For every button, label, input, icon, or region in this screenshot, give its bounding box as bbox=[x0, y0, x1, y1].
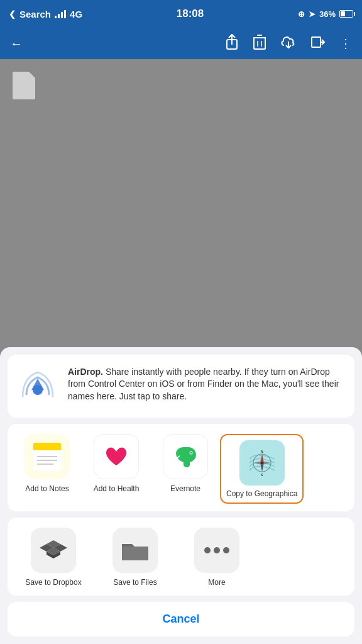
evernote-label: Evernote bbox=[170, 484, 200, 494]
svg-point-34 bbox=[204, 547, 211, 553]
geographica-label: Copy to Geographica bbox=[226, 489, 297, 499]
notes-label: Add to Notes bbox=[25, 484, 69, 494]
svg-point-35 bbox=[214, 547, 220, 553]
status-right: ⊕ ➤ 36% bbox=[298, 9, 353, 19]
evernote-icon-svg bbox=[171, 442, 200, 471]
toolbar: ← bbox=[0, 28, 362, 59]
files-icon bbox=[112, 528, 158, 573]
more-label: More bbox=[208, 578, 225, 588]
back-button[interactable]: ← bbox=[10, 36, 23, 51]
app-add-to-health[interactable]: Add to Health bbox=[82, 434, 151, 504]
battery-percent: 36% bbox=[319, 9, 336, 19]
share-icon[interactable] bbox=[225, 34, 239, 53]
health-app-icon bbox=[94, 434, 139, 479]
cloud-download-icon[interactable] bbox=[280, 35, 297, 52]
toolbar-right: ⋮ bbox=[225, 34, 352, 53]
save-to-files[interactable]: Save to Files bbox=[94, 528, 176, 588]
geographica-icon-svg: N S bbox=[244, 445, 280, 480]
svg-point-25 bbox=[260, 461, 263, 464]
files-icon-svg bbox=[121, 538, 150, 563]
evernote-app-icon bbox=[163, 434, 208, 479]
notes-app-icon bbox=[25, 434, 70, 479]
toolbar-left: ← bbox=[10, 36, 23, 51]
airdrop-icon bbox=[18, 366, 58, 406]
airdrop-description: AirDrop. Share instantly with people nea… bbox=[68, 366, 344, 403]
health-icon-svg bbox=[102, 443, 130, 470]
apps-section: Add to Notes Add to Health bbox=[8, 424, 354, 512]
status-left: ❮ Search 4G bbox=[9, 9, 82, 19]
app-evernote[interactable]: Evernote bbox=[151, 434, 220, 504]
save-section: Save to Dropbox Save to Files bbox=[8, 518, 354, 596]
health-label: Add to Health bbox=[94, 484, 140, 494]
airdrop-title: AirDrop. bbox=[68, 367, 103, 377]
trash-icon[interactable] bbox=[253, 34, 266, 53]
document-corner bbox=[13, 72, 35, 99]
back-arrow-small: ❮ bbox=[9, 9, 16, 19]
more-actions[interactable]: More bbox=[176, 528, 258, 588]
svg-text:N: N bbox=[261, 450, 263, 453]
save-scroll: Save to Dropbox Save to Files bbox=[8, 528, 354, 588]
dropbox-icon bbox=[31, 528, 76, 573]
geographica-app-icon: N S bbox=[239, 440, 285, 486]
share-sheet: AirDrop. Share instantly with people nea… bbox=[0, 347, 362, 644]
svg-rect-33 bbox=[122, 547, 148, 560]
dropbox-icon-svg bbox=[40, 538, 67, 563]
carrier-name: Search bbox=[19, 9, 51, 19]
notes-icon-svg bbox=[31, 440, 63, 473]
location-icon: ⊕ bbox=[298, 9, 305, 19]
svg-rect-8 bbox=[312, 37, 321, 47]
status-time: 18:08 bbox=[177, 8, 204, 20]
files-label: Save to Files bbox=[113, 578, 156, 588]
cancel-section: Cancel bbox=[8, 602, 354, 636]
svg-rect-2 bbox=[254, 38, 265, 49]
direction-icon: ➤ bbox=[309, 9, 315, 19]
svg-point-36 bbox=[223, 547, 229, 553]
status-bar: ❮ Search 4G 18:08 ⊕ ➤ 36% bbox=[0, 0, 362, 28]
save-to-dropbox[interactable]: Save to Dropbox bbox=[13, 528, 94, 588]
import-icon[interactable] bbox=[310, 35, 326, 53]
svg-point-18 bbox=[190, 452, 192, 453]
app-copy-to-geographica[interactable]: N S Copy to Geographica bbox=[220, 434, 304, 504]
background-area bbox=[0, 59, 362, 229]
dropbox-label: Save to Dropbox bbox=[25, 578, 81, 588]
cancel-button[interactable]: Cancel bbox=[8, 602, 354, 636]
more-icon bbox=[194, 528, 239, 573]
app-add-to-notes[interactable]: Add to Notes bbox=[13, 434, 82, 504]
network-type: 4G bbox=[70, 9, 82, 19]
more-vert-icon[interactable]: ⋮ bbox=[339, 36, 352, 51]
airdrop-section: AirDrop. Share instantly with people nea… bbox=[8, 355, 354, 418]
apps-scroll: Add to Notes Add to Health bbox=[8, 434, 354, 504]
signal-bars bbox=[55, 9, 66, 18]
battery-icon bbox=[339, 10, 353, 18]
svg-rect-11 bbox=[33, 443, 61, 452]
more-icon-svg bbox=[202, 544, 231, 557]
